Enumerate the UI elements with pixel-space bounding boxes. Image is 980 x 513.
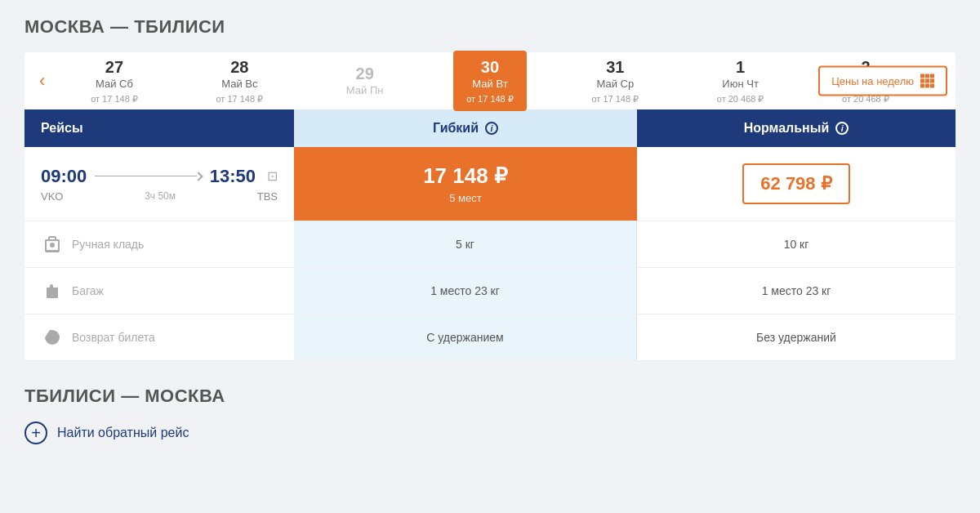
monitor-icon: ⊡ — [267, 168, 278, 184]
tariff-col-flexible: Гибкий i — [294, 109, 637, 147]
week-price-button[interactable]: Цены на неделю — [818, 66, 947, 96]
day-items: 27Май Сбот 17 148 ₽28Май Всот 17 148 ₽29… — [51, 51, 928, 110]
day-month-wd: Май Вс — [212, 77, 266, 91]
feature-val-normal: 1 место 23 кг — [637, 268, 956, 314]
day-month-wd: Июн Чт — [714, 77, 768, 91]
day-price: от 17 148 ₽ — [588, 94, 642, 105]
feature-icon — [41, 233, 64, 256]
feature-icon — [41, 279, 64, 302]
feature-val-normal: 10 кг — [637, 221, 956, 267]
flexible-seats: 5 мест — [449, 192, 481, 204]
flexible-price-cell[interactable]: 17 148 ₽ 5 мест — [294, 147, 637, 221]
day-item[interactable]: 30Май Втот 17 148 ₽ — [453, 51, 527, 110]
feature-val-flexible: 1 место 23 кг — [294, 268, 637, 314]
day-num: 29 — [338, 64, 392, 83]
tariff-flexible-label: Гибкий — [433, 121, 479, 136]
day-item[interactable]: 31Май Срот 17 148 ₽ — [578, 51, 652, 110]
day-num: 31 — [588, 57, 642, 77]
feature-rows: Ручная кладь5 кг10 кгБагаж1 место 23 кг1… — [24, 221, 956, 361]
day-month-wd: Май Пн — [338, 83, 392, 98]
nav-prev[interactable]: ‹ — [33, 70, 51, 91]
route1-title: МОСКВА — ТБИЛИСИ — [24, 16, 956, 38]
flight-duration: 3ч 50м — [63, 190, 256, 202]
arrive-time: 13:50 — [210, 166, 256, 187]
feature-val-flexible: 5 кг — [294, 221, 637, 267]
day-price: от 17 148 ₽ — [87, 94, 141, 105]
day-num: 1 — [714, 57, 768, 77]
section2: ТБИЛИСИ — МОСКВА + Найти обратный рейс — [24, 386, 956, 444]
normal-price-cell: 62 798 ₽ — [637, 147, 956, 221]
feature-row: Возврат билетаС удержаниемБез удержаний — [24, 314, 956, 361]
tariff-header: Рейсы Гибкий i Нормальный i — [24, 109, 956, 147]
day-month-wd: Май Ср — [588, 77, 642, 91]
day-item[interactable]: 28Май Всот 17 148 ₽ — [203, 51, 276, 110]
feature-label: Возврат билета — [24, 314, 294, 360]
flexible-info-icon[interactable]: i — [485, 122, 498, 135]
normal-price-box[interactable]: 62 798 ₽ — [742, 163, 849, 204]
tariff-normal-label: Нормальный — [744, 121, 830, 136]
feature-label-text: Возврат билета — [72, 331, 155, 344]
day-month-wd: Май Вт — [463, 77, 517, 91]
find-return-label: Найти обратный рейс — [57, 426, 189, 440]
flight-airports: VKO 3ч 50м TBS — [41, 190, 278, 203]
day-price: от 17 148 ₽ — [212, 94, 266, 105]
normal-info-icon[interactable]: i — [835, 122, 849, 135]
feature-icon — [41, 326, 64, 349]
week-price-label: Цены на неделю — [831, 75, 914, 87]
flexible-price: 17 148 ₽ — [423, 163, 508, 189]
feature-val-normal: Без удержаний — [637, 314, 956, 360]
flight-arrow — [95, 173, 201, 180]
feature-label: Багаж — [24, 268, 294, 314]
feature-label: Ручная кладь — [24, 221, 294, 267]
feature-row: Ручная кладь5 кг10 кг — [24, 221, 956, 268]
day-num: 30 — [463, 57, 517, 77]
tariff-col-flights: Рейсы — [24, 109, 294, 147]
day-item[interactable]: 27Май Сбот 17 148 ₽ — [78, 51, 151, 110]
week-nav: ‹ 27Май Сбот 17 148 ₽28Май Всот 17 148 ₽… — [24, 52, 956, 109]
feature-label-text: Багаж — [72, 284, 104, 297]
day-item[interactable]: 29Май Пн — [328, 57, 402, 105]
plus-icon: + — [24, 422, 47, 444]
feature-label-text: Ручная кладь — [72, 238, 144, 251]
to-code: TBS — [257, 190, 278, 203]
page: МОСКВА — ТБИЛИСИ ‹ 27Май Сбот 17 148 ₽28… — [0, 0, 980, 513]
depart-time: 09:00 — [41, 166, 87, 187]
flight-info: 09:00 13:50 ⊡ VKO 3ч 50м TBS — [24, 147, 294, 221]
grid-icon — [920, 74, 934, 88]
feature-row: Багаж1 место 23 кг1 место 23 кг — [24, 268, 956, 314]
day-num: 27 — [87, 57, 141, 77]
flight-row: 09:00 13:50 ⊡ VKO 3ч 50м TBS 17 148 ₽ — [24, 147, 956, 221]
find-return-button[interactable]: + Найти обратный рейс — [24, 422, 956, 444]
from-code: VKO — [41, 190, 63, 203]
tariff-col-normal: Нормальный i — [637, 109, 956, 147]
flights-section: 09:00 13:50 ⊡ VKO 3ч 50м TBS 17 148 ₽ — [24, 147, 956, 361]
route2-title: ТБИЛИСИ — МОСКВА — [24, 386, 956, 407]
day-num: 28 — [212, 57, 266, 77]
day-month-wd: Май Сб — [87, 77, 141, 91]
feature-val-flexible: С удержанием — [294, 314, 637, 360]
day-price: от 17 148 ₽ — [463, 94, 517, 105]
flight-times: 09:00 13:50 ⊡ — [41, 166, 278, 187]
day-price: от 20 468 ₽ — [714, 94, 768, 105]
day-item[interactable]: 1Июн Чтот 20 468 ₽ — [704, 51, 777, 110]
